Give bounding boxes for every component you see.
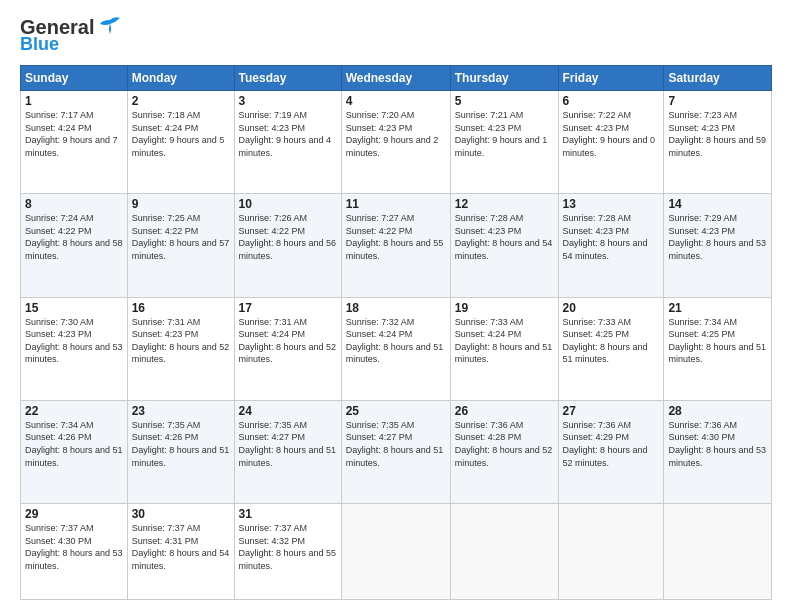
day-info: Sunrise: 7:28 AMSunset: 4:23 PMDaylight:… xyxy=(455,213,553,261)
calendar-cell: 15 Sunrise: 7:30 AMSunset: 4:23 PMDaylig… xyxy=(21,297,128,400)
calendar-cell: 16 Sunrise: 7:31 AMSunset: 4:23 PMDaylig… xyxy=(127,297,234,400)
calendar-cell: 8 Sunrise: 7:24 AMSunset: 4:22 PMDayligh… xyxy=(21,194,128,297)
day-info: Sunrise: 7:37 AMSunset: 4:32 PMDaylight:… xyxy=(239,523,337,571)
day-number: 16 xyxy=(132,301,230,315)
day-number: 12 xyxy=(455,197,554,211)
calendar-cell xyxy=(558,504,664,600)
calendar-cell: 26 Sunrise: 7:36 AMSunset: 4:28 PMDaylig… xyxy=(450,400,558,503)
calendar-cell: 3 Sunrise: 7:19 AMSunset: 4:23 PMDayligh… xyxy=(234,91,341,194)
day-number: 27 xyxy=(563,404,660,418)
calendar-cell: 27 Sunrise: 7:36 AMSunset: 4:29 PMDaylig… xyxy=(558,400,664,503)
day-info: Sunrise: 7:19 AMSunset: 4:23 PMDaylight:… xyxy=(239,110,332,158)
day-number: 22 xyxy=(25,404,123,418)
calendar-week-row: 1 Sunrise: 7:17 AMSunset: 4:24 PMDayligh… xyxy=(21,91,772,194)
logo: General Blue xyxy=(20,16,124,55)
day-number: 5 xyxy=(455,94,554,108)
page: General Blue SundayMondayTuesdayWednesda… xyxy=(0,0,792,612)
calendar-header-wednesday: Wednesday xyxy=(341,66,450,91)
calendar-cell: 28 Sunrise: 7:36 AMSunset: 4:30 PMDaylig… xyxy=(664,400,772,503)
calendar-week-row: 22 Sunrise: 7:34 AMSunset: 4:26 PMDaylig… xyxy=(21,400,772,503)
day-info: Sunrise: 7:31 AMSunset: 4:23 PMDaylight:… xyxy=(132,317,230,365)
calendar-cell: 29 Sunrise: 7:37 AMSunset: 4:30 PMDaylig… xyxy=(21,504,128,600)
calendar-cell: 11 Sunrise: 7:27 AMSunset: 4:22 PMDaylig… xyxy=(341,194,450,297)
calendar-cell: 31 Sunrise: 7:37 AMSunset: 4:32 PMDaylig… xyxy=(234,504,341,600)
calendar-cell xyxy=(341,504,450,600)
day-number: 4 xyxy=(346,94,446,108)
day-number: 28 xyxy=(668,404,767,418)
day-info: Sunrise: 7:18 AMSunset: 4:24 PMDaylight:… xyxy=(132,110,225,158)
day-info: Sunrise: 7:34 AMSunset: 4:25 PMDaylight:… xyxy=(668,317,766,365)
day-number: 17 xyxy=(239,301,337,315)
day-info: Sunrise: 7:30 AMSunset: 4:23 PMDaylight:… xyxy=(25,317,123,365)
day-number: 18 xyxy=(346,301,446,315)
calendar-cell: 25 Sunrise: 7:35 AMSunset: 4:27 PMDaylig… xyxy=(341,400,450,503)
day-number: 14 xyxy=(668,197,767,211)
day-number: 7 xyxy=(668,94,767,108)
calendar-cell: 9 Sunrise: 7:25 AMSunset: 4:22 PMDayligh… xyxy=(127,194,234,297)
day-number: 11 xyxy=(346,197,446,211)
day-info: Sunrise: 7:22 AMSunset: 4:23 PMDaylight:… xyxy=(563,110,656,158)
day-number: 6 xyxy=(563,94,660,108)
day-number: 23 xyxy=(132,404,230,418)
day-number: 13 xyxy=(563,197,660,211)
calendar-header-saturday: Saturday xyxy=(664,66,772,91)
calendar-cell: 2 Sunrise: 7:18 AMSunset: 4:24 PMDayligh… xyxy=(127,91,234,194)
header: General Blue xyxy=(20,16,772,55)
day-info: Sunrise: 7:36 AMSunset: 4:30 PMDaylight:… xyxy=(668,420,766,468)
calendar-cell: 30 Sunrise: 7:37 AMSunset: 4:31 PMDaylig… xyxy=(127,504,234,600)
day-number: 24 xyxy=(239,404,337,418)
day-number: 1 xyxy=(25,94,123,108)
day-number: 29 xyxy=(25,507,123,521)
calendar-cell: 1 Sunrise: 7:17 AMSunset: 4:24 PMDayligh… xyxy=(21,91,128,194)
calendar-cell: 24 Sunrise: 7:35 AMSunset: 4:27 PMDaylig… xyxy=(234,400,341,503)
day-info: Sunrise: 7:20 AMSunset: 4:23 PMDaylight:… xyxy=(346,110,439,158)
day-info: Sunrise: 7:35 AMSunset: 4:27 PMDaylight:… xyxy=(346,420,444,468)
day-number: 8 xyxy=(25,197,123,211)
calendar-cell: 13 Sunrise: 7:28 AMSunset: 4:23 PMDaylig… xyxy=(558,194,664,297)
day-info: Sunrise: 7:32 AMSunset: 4:24 PMDaylight:… xyxy=(346,317,444,365)
calendar-cell: 20 Sunrise: 7:33 AMSunset: 4:25 PMDaylig… xyxy=(558,297,664,400)
calendar-header-row: SundayMondayTuesdayWednesdayThursdayFrid… xyxy=(21,66,772,91)
calendar-header-friday: Friday xyxy=(558,66,664,91)
calendar-header-sunday: Sunday xyxy=(21,66,128,91)
day-info: Sunrise: 7:34 AMSunset: 4:26 PMDaylight:… xyxy=(25,420,123,468)
calendar-cell: 19 Sunrise: 7:33 AMSunset: 4:24 PMDaylig… xyxy=(450,297,558,400)
calendar-cell: 23 Sunrise: 7:35 AMSunset: 4:26 PMDaylig… xyxy=(127,400,234,503)
day-info: Sunrise: 7:36 AMSunset: 4:29 PMDaylight:… xyxy=(563,420,648,468)
day-info: Sunrise: 7:27 AMSunset: 4:22 PMDaylight:… xyxy=(346,213,444,261)
day-info: Sunrise: 7:36 AMSunset: 4:28 PMDaylight:… xyxy=(455,420,553,468)
calendar-cell xyxy=(450,504,558,600)
calendar-header-monday: Monday xyxy=(127,66,234,91)
day-info: Sunrise: 7:31 AMSunset: 4:24 PMDaylight:… xyxy=(239,317,337,365)
calendar-cell: 6 Sunrise: 7:22 AMSunset: 4:23 PMDayligh… xyxy=(558,91,664,194)
day-info: Sunrise: 7:33 AMSunset: 4:24 PMDaylight:… xyxy=(455,317,553,365)
day-number: 25 xyxy=(346,404,446,418)
calendar-cell: 17 Sunrise: 7:31 AMSunset: 4:24 PMDaylig… xyxy=(234,297,341,400)
calendar-cell: 10 Sunrise: 7:26 AMSunset: 4:22 PMDaylig… xyxy=(234,194,341,297)
day-info: Sunrise: 7:21 AMSunset: 4:23 PMDaylight:… xyxy=(455,110,548,158)
calendar-week-row: 15 Sunrise: 7:30 AMSunset: 4:23 PMDaylig… xyxy=(21,297,772,400)
calendar-cell xyxy=(664,504,772,600)
day-number: 20 xyxy=(563,301,660,315)
calendar-cell: 18 Sunrise: 7:32 AMSunset: 4:24 PMDaylig… xyxy=(341,297,450,400)
day-info: Sunrise: 7:37 AMSunset: 4:30 PMDaylight:… xyxy=(25,523,123,571)
day-number: 3 xyxy=(239,94,337,108)
day-number: 15 xyxy=(25,301,123,315)
calendar-cell: 5 Sunrise: 7:21 AMSunset: 4:23 PMDayligh… xyxy=(450,91,558,194)
day-number: 31 xyxy=(239,507,337,521)
day-info: Sunrise: 7:17 AMSunset: 4:24 PMDaylight:… xyxy=(25,110,118,158)
calendar-week-row: 29 Sunrise: 7:37 AMSunset: 4:30 PMDaylig… xyxy=(21,504,772,600)
day-number: 26 xyxy=(455,404,554,418)
day-info: Sunrise: 7:35 AMSunset: 4:27 PMDaylight:… xyxy=(239,420,337,468)
calendar-cell: 7 Sunrise: 7:23 AMSunset: 4:23 PMDayligh… xyxy=(664,91,772,194)
day-info: Sunrise: 7:35 AMSunset: 4:26 PMDaylight:… xyxy=(132,420,230,468)
logo-blue-text: Blue xyxy=(20,34,59,55)
day-info: Sunrise: 7:26 AMSunset: 4:22 PMDaylight:… xyxy=(239,213,337,261)
day-info: Sunrise: 7:28 AMSunset: 4:23 PMDaylight:… xyxy=(563,213,648,261)
calendar-table: SundayMondayTuesdayWednesdayThursdayFrid… xyxy=(20,65,772,600)
calendar-cell: 12 Sunrise: 7:28 AMSunset: 4:23 PMDaylig… xyxy=(450,194,558,297)
calendar-cell: 22 Sunrise: 7:34 AMSunset: 4:26 PMDaylig… xyxy=(21,400,128,503)
logo-bird-icon xyxy=(96,16,124,38)
day-number: 10 xyxy=(239,197,337,211)
day-info: Sunrise: 7:24 AMSunset: 4:22 PMDaylight:… xyxy=(25,213,123,261)
